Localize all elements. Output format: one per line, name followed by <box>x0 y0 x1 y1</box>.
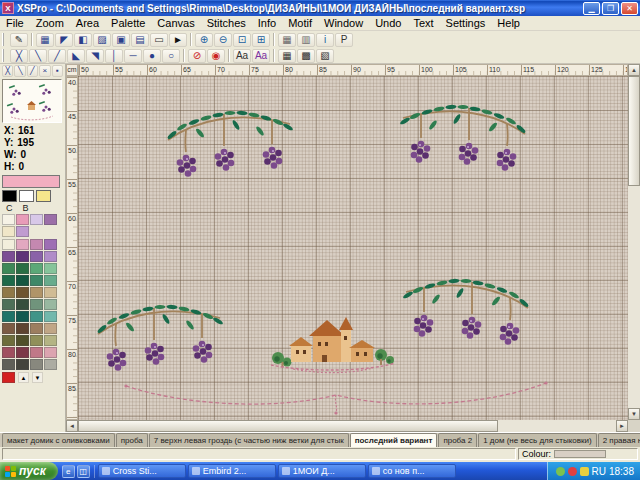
pattern-tab-7[interactable]: 2 правая ниж гр <box>598 433 640 447</box>
full-cross-icon[interactable]: ╳ <box>10 49 28 63</box>
vertical-scroll-thumb[interactable] <box>628 76 640 186</box>
pencil-tool[interactable]: ✎ <box>10 33 28 47</box>
palette-swatch[interactable] <box>44 335 57 346</box>
palette-swatch[interactable] <box>16 263 29 274</box>
palette-swatch[interactable] <box>44 239 57 250</box>
menu-window[interactable]: Window <box>318 16 369 31</box>
horizontal-scrollbar[interactable]: ◄ ► <box>66 420 628 432</box>
pattern-tab-5[interactable]: проба 2 <box>438 433 477 447</box>
taskbar-task[interactable]: 1МОИ Д... <box>278 464 366 478</box>
quick-colour-swatch[interactable] <box>2 190 17 202</box>
three-quarter-icon[interactable]: ◥ <box>86 49 104 63</box>
palette-swatch[interactable] <box>16 311 29 322</box>
design-preview[interactable] <box>2 79 62 123</box>
palette-swatch[interactable] <box>44 323 57 334</box>
palette-swatch[interactable] <box>2 323 15 334</box>
tray-status-icon[interactable] <box>556 467 565 476</box>
pointer-tool[interactable]: ► <box>169 33 187 47</box>
cb-colour-swatch[interactable] <box>16 226 29 237</box>
menu-zoom[interactable]: Zoom <box>30 16 70 31</box>
palette-swatch[interactable] <box>44 347 57 358</box>
palette-swatch[interactable] <box>2 359 15 370</box>
quarter-icon[interactable]: ◣ <box>67 49 85 63</box>
palette-swatch[interactable] <box>44 299 57 310</box>
stitch-canvas[interactable] <box>78 76 628 420</box>
palette-swatch[interactable] <box>2 311 15 322</box>
back-stitch-tool[interactable]: ▨ <box>93 33 111 47</box>
scroll-left-arrow[interactable]: ◄ <box>66 420 78 432</box>
palette-swatch[interactable] <box>2 263 15 274</box>
quick-colour-swatch[interactable] <box>19 190 34 202</box>
palette-swatch[interactable] <box>2 251 15 262</box>
french-knot-tool[interactable]: ▣ <box>112 33 130 47</box>
vertical-backstitch-icon[interactable]: │ <box>105 49 123 63</box>
pattern-tab-2[interactable]: проба <box>116 433 148 447</box>
palette-swatch[interactable] <box>16 239 29 250</box>
palette-swatch[interactable] <box>30 251 43 262</box>
palette-swatch[interactable] <box>16 347 29 358</box>
tray-alert-icon[interactable] <box>568 467 577 476</box>
horizontal-scroll-thumb[interactable] <box>78 420 498 432</box>
palette-swatch[interactable] <box>2 335 15 346</box>
pattern-tab-1[interactable]: макет домик с оливковками <box>2 433 115 447</box>
palette-swatch[interactable] <box>44 287 57 298</box>
mini-full-cross-button[interactable]: ╳ <box>2 65 13 77</box>
start-button[interactable]: пуск <box>0 462 58 480</box>
no-colour-button[interactable]: ⊘ <box>188 49 206 63</box>
palette-swatch[interactable] <box>2 299 15 310</box>
palette-swatch[interactable] <box>16 299 29 310</box>
palette-swatch[interactable] <box>16 275 29 286</box>
menu-canvas[interactable]: Canvas <box>151 16 200 31</box>
palette-swatch[interactable] <box>2 347 15 358</box>
taskbar-task[interactable]: Cross Sti... <box>98 464 186 478</box>
palette-swatch[interactable] <box>16 359 29 370</box>
font-button-2[interactable]: Aa <box>252 49 270 63</box>
mini-backstitch-button[interactable]: × <box>39 65 50 77</box>
colour-wheel-button[interactable]: ◉ <box>207 49 225 63</box>
french-knot-icon[interactable]: ● <box>143 49 161 63</box>
menu-file[interactable]: File <box>0 16 30 31</box>
palette-swatch[interactable] <box>16 323 29 334</box>
palette-swatch[interactable] <box>2 287 15 298</box>
palette-swatch[interactable] <box>44 311 57 322</box>
palette-swatch[interactable] <box>30 347 43 358</box>
print-button[interactable]: P <box>335 33 353 47</box>
palette-swatch[interactable] <box>44 251 57 262</box>
info-button[interactable]: i <box>316 33 334 47</box>
menu-palette[interactable]: Palette <box>105 16 151 31</box>
quick-launch-desktop-icon[interactable]: ◫ <box>77 465 90 478</box>
palette-swatch[interactable] <box>16 287 29 298</box>
pattern-tab-6[interactable]: 1 дом (не весь для стыковки) <box>478 433 597 447</box>
full-stitch-tool[interactable]: ▦ <box>36 33 54 47</box>
menu-area[interactable]: Area <box>70 16 105 31</box>
quick-launch-browser-icon[interactable]: e <box>62 465 75 478</box>
palette-scroll-up-button[interactable]: ▲ <box>18 372 29 383</box>
zoom-fit-button[interactable]: ⊡ <box>233 33 251 47</box>
taskbar-task[interactable]: Embird 2... <box>188 464 276 478</box>
bead-icon[interactable]: ○ <box>162 49 180 63</box>
rulers-toggle[interactable]: ▥ <box>297 33 315 47</box>
palette-swatch[interactable] <box>30 287 43 298</box>
view-grid-button[interactable]: ▦ <box>278 49 296 63</box>
palette-scroll-down-button[interactable]: ▼ <box>32 372 43 383</box>
cb-colour-swatch[interactable] <box>2 214 15 225</box>
palette-swatch[interactable] <box>30 335 43 346</box>
palette-swatch[interactable] <box>30 275 43 286</box>
cb-colour-swatch[interactable] <box>16 214 29 225</box>
menu-stitches[interactable]: Stitches <box>201 16 252 31</box>
zoom-out-button[interactable]: ⊖ <box>214 33 232 47</box>
cb-colour-swatch[interactable] <box>2 226 15 237</box>
select-area-tool[interactable]: ▭ <box>150 33 168 47</box>
palette-swatch[interactable] <box>30 323 43 334</box>
mini-knot-button[interactable]: ▪ <box>52 65 63 77</box>
menu-info[interactable]: Info <box>252 16 282 31</box>
scroll-down-arrow[interactable]: ▼ <box>628 408 640 420</box>
scroll-right-arrow[interactable]: ► <box>616 420 628 432</box>
horizontal-backstitch-icon[interactable]: ─ <box>124 49 142 63</box>
pattern-tab-4[interactable]: последний вариант <box>350 433 438 447</box>
half-forward-icon[interactable]: ╱ <box>48 49 66 63</box>
palette-swatch[interactable] <box>16 335 29 346</box>
current-colour-swatch[interactable] <box>2 175 60 188</box>
maximize-button[interactable]: ❐ <box>602 2 619 15</box>
zoom-100-button[interactable]: ⊞ <box>252 33 270 47</box>
